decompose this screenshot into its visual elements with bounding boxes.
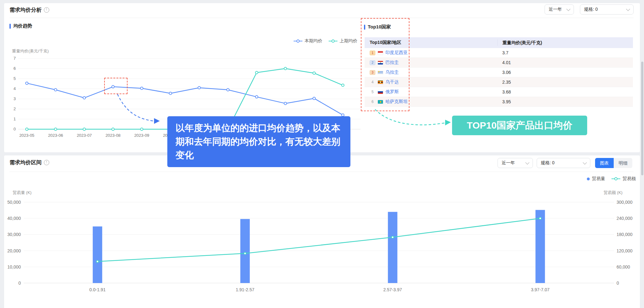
data-point[interactable] xyxy=(284,102,287,105)
data-point[interactable] xyxy=(255,71,258,74)
card1-title-row: 需求均价分析 xyxy=(9,6,49,14)
legend-label: 本期均价 xyxy=(305,38,322,44)
data-point[interactable] xyxy=(83,97,86,99)
price-cell: 3.7 xyxy=(497,50,633,55)
top10-highlight-dashed-box xyxy=(361,18,409,111)
legend-item-previous[interactable]: 上期均价 xyxy=(329,38,357,44)
x-axis-tick: 2.57-3.97 xyxy=(383,287,402,292)
trade-volume-bar[interactable] xyxy=(388,212,397,283)
x-axis-tick: 2023-06 xyxy=(48,133,63,138)
period-select-2[interactable]: 近一年 xyxy=(498,158,533,168)
y-axis-tick: 7 xyxy=(14,56,16,61)
top10-header-price: 重量均价(美元/千克) xyxy=(497,39,633,46)
spec-select-1-value: 规格: 0 xyxy=(584,7,598,12)
left-axis-tick: 20,000 xyxy=(7,248,21,253)
x-axis-tick: 3.97-7.07 xyxy=(531,287,550,292)
right-axis-tick: 60,000 xyxy=(617,264,630,269)
view-toggle-chart[interactable]: 图表 xyxy=(595,158,614,168)
left-axis-tick: 0 xyxy=(18,281,21,286)
chevron-down-icon xyxy=(525,160,529,165)
teal-annotation-note: TOP10国家产品出口均价 xyxy=(452,116,587,135)
x-axis-tick: 2023-07 xyxy=(77,133,92,138)
axis-tick-label: 贸易量 (K) xyxy=(13,190,32,195)
data-point[interactable] xyxy=(342,84,344,87)
axis-tick-label: 重量均价(美元/千克) xyxy=(12,49,49,53)
data-point[interactable] xyxy=(83,128,86,130)
left-axis-tick: 10,000 xyxy=(7,264,21,269)
chart-highlight-dashed-box xyxy=(104,78,128,94)
legend-label: 上期均价 xyxy=(340,38,357,44)
trade-volume-bar[interactable] xyxy=(240,219,250,283)
blue-annotation-note: 以年度为单位的的进口均价趋势，以及本期和去年同期的均价对比，有无较大差别变化 xyxy=(167,116,350,167)
trend-section-title: 均价趋势 xyxy=(9,23,32,29)
data-point[interactable] xyxy=(313,72,315,74)
spec-select-1[interactable]: 规格: 0 xyxy=(580,4,634,15)
data-point[interactable] xyxy=(244,252,246,255)
y-axis-tick: 2 xyxy=(14,106,16,111)
data-point[interactable] xyxy=(313,97,315,100)
y-axis-tick: 1 xyxy=(14,117,16,121)
scrollbar-thumb[interactable] xyxy=(641,62,643,175)
legend-label: 贸易量 xyxy=(592,176,605,182)
trend-section-label: 均价趋势 xyxy=(13,23,32,29)
line-marker-icon xyxy=(329,39,337,43)
data-point[interactable] xyxy=(227,88,229,91)
chevron-down-icon xyxy=(626,7,630,11)
dashboard: 需求均价分析 近一年 规格: 0 均价趋势 本期均价 上期均价 重 xyxy=(0,0,644,308)
price-cell: 4.01 xyxy=(497,60,633,65)
period-select-1[interactable]: 近一年 xyxy=(545,4,574,15)
data-point[interactable] xyxy=(26,82,28,84)
left-axis-tick: 40,000 xyxy=(7,216,21,221)
card2-title: 需求均价区间 xyxy=(9,159,42,166)
data-point[interactable] xyxy=(140,87,143,89)
y-axis-tick: 4 xyxy=(14,86,16,91)
trade-volume-bar[interactable] xyxy=(93,226,102,283)
info-icon[interactable] xyxy=(44,160,49,165)
dot-marker-icon xyxy=(587,178,590,180)
y-axis-tick: 5 xyxy=(14,76,16,81)
left-axis-tick: 30,000 xyxy=(7,232,21,237)
trade-volume-bar[interactable] xyxy=(535,210,545,283)
line-marker-icon xyxy=(294,39,302,43)
legend-item-value[interactable]: 贸易额 xyxy=(611,176,636,182)
price-cell: 3.06 xyxy=(497,70,633,75)
view-toggle-detail[interactable]: 明细 xyxy=(614,158,632,168)
x-axis-tick: 0.0-1.91 xyxy=(89,287,106,292)
x-axis-tick: 2023-09 xyxy=(134,133,149,138)
info-icon[interactable] xyxy=(44,7,49,13)
view-toggle: 图表 明细 xyxy=(595,158,632,168)
data-point[interactable] xyxy=(198,87,200,89)
data-point[interactable] xyxy=(112,128,114,130)
legend-label: 贸易额 xyxy=(623,176,636,182)
section-accent-bar xyxy=(9,24,11,29)
x-axis-tick: 2023-08 xyxy=(105,133,121,138)
period-select-1-value: 近一年 xyxy=(549,7,562,12)
y-axis-tick: 3 xyxy=(14,96,16,101)
data-point[interactable] xyxy=(391,236,394,238)
chevron-down-icon xyxy=(583,160,587,165)
data-point[interactable] xyxy=(169,92,172,94)
right-axis-tick: 240,000 xyxy=(617,216,633,221)
right-axis-label: 贸易额 (K) xyxy=(604,190,623,195)
price-range-chart: 贸易量 (K)贸易额 (K)50,00040,00030,00020,00010… xyxy=(6,188,638,308)
legend-item-current[interactable]: 本期均价 xyxy=(294,38,322,44)
line-marker-icon xyxy=(611,177,620,180)
data-point[interactable] xyxy=(255,96,258,98)
y-axis-tick: 0 xyxy=(14,127,16,131)
data-point[interactable] xyxy=(96,260,98,263)
data-point[interactable] xyxy=(26,128,28,130)
left-axis-tick: 50,000 xyxy=(7,200,21,205)
data-point[interactable] xyxy=(140,128,143,130)
spec-select-2[interactable]: 规格: 0 xyxy=(537,158,590,168)
chevron-down-icon xyxy=(566,7,570,11)
legend-item-volume[interactable]: 贸易量 xyxy=(587,176,605,182)
data-point[interactable] xyxy=(342,114,344,116)
data-point[interactable] xyxy=(54,88,57,91)
data-point[interactable] xyxy=(54,128,57,130)
x-axis-tick: 2023-05 xyxy=(19,133,34,138)
right-axis-tick: 180,000 xyxy=(617,232,633,237)
series-line xyxy=(27,83,343,115)
data-point[interactable] xyxy=(284,67,287,70)
data-point[interactable] xyxy=(539,217,541,220)
period-select-2-value: 近一年 xyxy=(502,160,515,166)
